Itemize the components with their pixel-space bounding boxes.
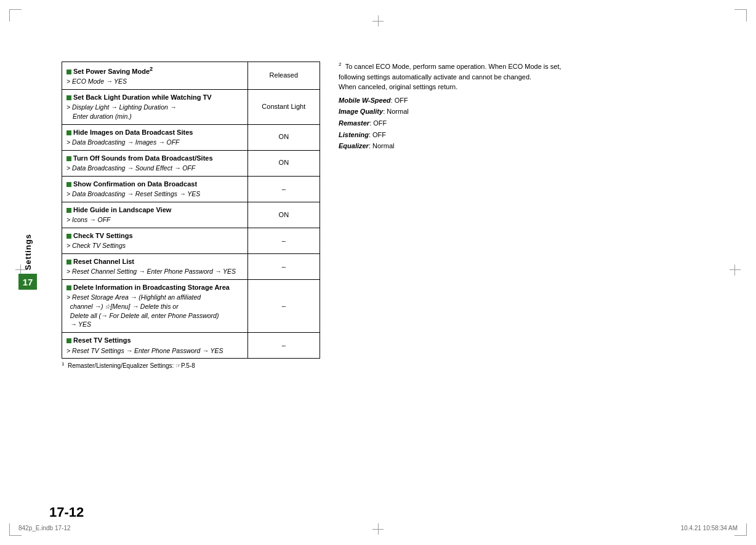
table-row-left: Turn Off Sounds from Data Broadcast/Site… xyxy=(62,150,248,176)
table-row-left: Set Back Light Duration while Watching T… xyxy=(62,89,248,124)
note-text: To cancel ECO Mode, perform same operati… xyxy=(339,63,561,90)
row-subtitle: > Icons → OFF xyxy=(66,215,243,225)
row-title: Set Back Light Duration while Watching T… xyxy=(66,93,243,102)
row-title: Hide Guide in Landscape View xyxy=(66,205,243,215)
table-row-value: – xyxy=(247,253,320,279)
bottom-left: 842p_E.indb 17-12 xyxy=(18,525,71,531)
table-row: Reset Channel List> Reset Channel Settin… xyxy=(62,253,320,279)
row-subtitle: > ECO Mode → YES xyxy=(66,77,243,86)
table-row-left: Show Confirmation on Data Broadcast> Dat… xyxy=(62,176,248,202)
row-title: Delete Information in Broadcasting Stora… xyxy=(66,283,243,292)
table-row-value: – xyxy=(247,176,320,202)
note-item: Mobile W-Speed: OFF xyxy=(339,95,719,106)
table-row-left: Delete Information in Broadcasting Stora… xyxy=(62,279,248,332)
table-row-left: Reset TV Settings> Reset TV Settings → E… xyxy=(62,333,248,359)
note-item-label: Equalizer xyxy=(339,142,369,149)
table-row-left: Set Power Saving Mode2> ECO Mode → YES xyxy=(62,62,248,90)
table-row: Delete Information in Broadcasting Stora… xyxy=(62,279,320,332)
settings-table: Set Power Saving Mode2> ECO Mode → YESRe… xyxy=(62,62,320,359)
row-title: Show Confirmation on Data Broadcast xyxy=(66,180,243,189)
table-row: Turn Off Sounds from Data Broadcast/Site… xyxy=(62,150,320,176)
note-item-value: : Normal xyxy=(383,108,409,115)
note-item: Listening: OFF xyxy=(339,129,719,141)
settings-table-col: Set Power Saving Mode2> ECO Mode → YESRe… xyxy=(62,62,320,370)
note-item-value: : OFF xyxy=(391,97,408,104)
row-subtitle: > Reset TV Settings → Enter Phone Passwo… xyxy=(66,346,243,356)
table-row-value: – xyxy=(247,228,320,253)
green-square-icon xyxy=(66,70,71,74)
table-row-left: Hide Images on Data Broadcast Sites> Dat… xyxy=(62,124,248,150)
table-row: Show Confirmation on Data Broadcast> Dat… xyxy=(62,176,320,202)
note-item: Equalizer: Normal xyxy=(339,140,719,152)
green-square-icon xyxy=(66,234,71,239)
page-number: 17-12 xyxy=(49,504,84,520)
footnote: 1 Remaster/Listening/Equalizer Settings:… xyxy=(62,361,320,369)
table-row-left: Reset Channel List> Reset Channel Settin… xyxy=(62,253,248,279)
note-item: Image Quality: Normal xyxy=(339,106,719,117)
row-subtitle: > Display Light → Lighting Duration → xyxy=(66,103,243,112)
green-square-icon xyxy=(66,338,71,343)
table-row-value: – xyxy=(247,333,320,359)
notes-col: 2 To cancel ECO Mode, perform same opera… xyxy=(339,62,719,370)
table-row-value: – xyxy=(247,279,320,332)
table-row-left: Check TV Settings> Check TV Settings xyxy=(62,228,248,253)
green-square-icon xyxy=(66,130,71,135)
row-subtitle2: Enter duration (min.) xyxy=(66,112,243,121)
table-row: Hide Images on Data Broadcast Sites> Dat… xyxy=(62,124,320,150)
table-row: Reset TV Settings> Reset TV Settings → E… xyxy=(62,333,320,359)
main-content: Set Power Saving Mode2> ECO Mode → YESRe… xyxy=(12,12,744,394)
green-square-icon xyxy=(66,260,71,265)
note-item-label: Listening xyxy=(339,131,369,138)
page-container: Settings 17 Set Power Saving Mode2> ECO … xyxy=(0,0,756,545)
row-subtitle: > Reset Channel Setting → Enter Phone Pa… xyxy=(66,267,243,276)
row-title: Check TV Settings xyxy=(66,231,243,241)
table-row: Check TV Settings> Check TV Settings– xyxy=(62,228,320,253)
note-item-label: Remaster xyxy=(339,119,369,127)
row-title: Reset Channel List xyxy=(66,257,243,266)
table-row-value: ON xyxy=(247,202,320,228)
table-row-left: Hide Guide in Landscape View> Icons → OF… xyxy=(62,202,248,228)
green-square-icon xyxy=(66,208,71,213)
green-square-icon xyxy=(66,95,71,100)
table-row-value: ON xyxy=(247,124,320,150)
table-row-value: ON xyxy=(247,150,320,176)
row-subtitle: > Data Broadcasting → Reset Settings → Y… xyxy=(66,189,243,199)
table-row-value: Constant Light xyxy=(247,89,320,124)
row-title: Reset TV Settings xyxy=(66,336,243,345)
row-subtitle: > Check TV Settings xyxy=(66,241,243,250)
note-superscript: 2 xyxy=(339,62,341,67)
note-item-label: Mobile W-Speed xyxy=(339,97,391,104)
row-subtitle: > Data Broadcasting → Images → OFF xyxy=(66,138,243,147)
table-row-value: Released xyxy=(247,62,320,90)
note-block: 2 To cancel ECO Mode, perform same opera… xyxy=(339,62,719,152)
row-title: Hide Images on Data Broadcast Sites xyxy=(66,128,243,137)
green-square-icon xyxy=(66,285,71,290)
row-subtitle: > Data Broadcasting → Sound Effect → OFF xyxy=(66,164,243,173)
table-row: Set Back Light Duration while Watching T… xyxy=(62,89,320,124)
row-title: Set Power Saving Mode2 xyxy=(66,65,243,76)
note-item-label: Image Quality xyxy=(339,108,383,115)
table-row: Set Power Saving Mode2> ECO Mode → YESRe… xyxy=(62,62,320,90)
bottom-bar: 842p_E.indb 17-12 10.4.21 10:58:34 AM xyxy=(0,525,756,531)
note-item-value: : Normal xyxy=(369,142,395,149)
note-item: Remaster: OFF xyxy=(339,117,719,129)
note-item-value: : OFF xyxy=(369,131,386,138)
row-title: Turn Off Sounds from Data Broadcast/Site… xyxy=(66,154,243,163)
green-square-icon xyxy=(66,182,71,187)
note-item-value: : OFF xyxy=(369,119,387,127)
note-items: Mobile W-Speed: OFFImage Quality: Normal… xyxy=(339,95,719,152)
green-square-icon xyxy=(66,156,71,161)
row-subtitle: > Reset Storage Area → (Highlight an aff… xyxy=(66,293,243,329)
table-row: Hide Guide in Landscape View> Icons → OF… xyxy=(62,202,320,228)
bottom-right: 10.4.21 10:58:34 AM xyxy=(681,525,738,531)
